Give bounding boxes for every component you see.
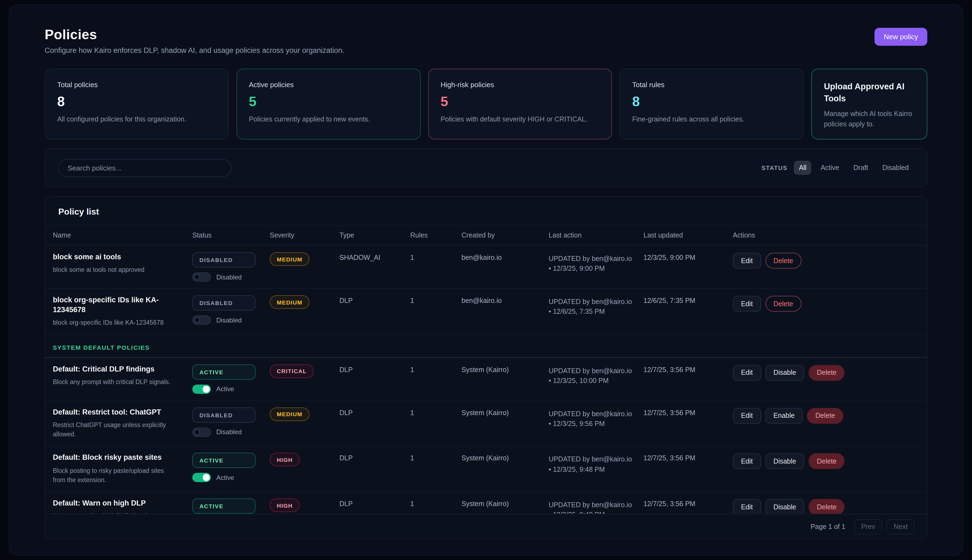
policy-toggle[interactable] — [192, 384, 211, 393]
policy-desc: block some ai tools not approved — [53, 265, 177, 275]
policy-toggle[interactable] — [192, 427, 211, 437]
column-header-status: Status — [192, 232, 270, 239]
policy-desc: Block any prompt with critical DLP signa… — [53, 378, 177, 387]
severity-badge: MEDIUM — [270, 407, 310, 421]
policy-list-panel: Policy list Name Status Severity Type Ru… — [45, 196, 927, 539]
policy-toggle[interactable] — [192, 473, 211, 482]
status-filter-all[interactable]: All — [794, 161, 812, 175]
edit-button[interactable]: Edit — [733, 253, 761, 268]
policy-name: Default: Warn on high DLP — [53, 498, 177, 508]
policy-name: Default: Critical DLP findings — [53, 364, 177, 374]
stat-desc: Fine-grained rules across all policies. — [632, 114, 791, 124]
status-badge: ACTIVE — [192, 453, 255, 468]
table-body: block some ai tools block some ai tools … — [45, 246, 927, 514]
delete-button[interactable]: Delete — [809, 499, 845, 514]
last-action-line2: • 12/3/25, 9:48 PM — [549, 464, 636, 474]
policy-rules-count: 1 — [410, 364, 462, 373]
policy-severity-cell: MEDIUM — [270, 252, 339, 266]
policy-last-action: UPDATED by ben@kairo.io • 12/3/25, 9:48 … — [549, 498, 644, 514]
policy-name: block org-specific IDs like KA-12345678 — [53, 295, 177, 315]
policy-created-by: System (Kairro) — [462, 407, 549, 417]
policy-desc: block org-specific IDs like KA-12345678 — [53, 318, 177, 328]
disable-button[interactable]: Disable — [765, 499, 804, 514]
severity-badge: CRITICAL — [270, 364, 314, 378]
delete-button[interactable]: Delete — [807, 408, 843, 423]
policy-last-action: UPDATED by ben@kairo.io • 12/3/25, 9:00 … — [549, 252, 644, 274]
policies-page: Policies Configure how Kairo enforces DL… — [9, 4, 963, 556]
status-toggle-wrap: Disabled — [192, 272, 262, 282]
policy-status-cell: DISABLED Disabled — [192, 295, 270, 325]
stat-value: 5 — [440, 94, 600, 110]
table-row: Default: Critical DLP findings Block any… — [45, 358, 927, 401]
status-badge: DISABLED — [192, 407, 255, 422]
policy-last-updated: 12/3/25, 9:00 PM — [644, 252, 733, 262]
policy-last-updated: 12/7/25, 3:56 PM — [644, 498, 733, 508]
policy-toggle[interactable] — [192, 272, 211, 282]
policy-severity-cell: MEDIUM — [270, 407, 339, 421]
policy-type: DLP — [339, 407, 410, 417]
status-badge: ACTIVE — [192, 498, 255, 514]
table-row: Default: Block risky paste sites Block p… — [45, 447, 927, 492]
edit-button[interactable]: Edit — [733, 453, 761, 469]
policy-last-updated: 12/7/25, 3:56 PM — [644, 407, 733, 417]
policy-name: Default: Restrict tool: ChatGPT — [53, 407, 177, 417]
policy-type: DLP — [339, 453, 410, 462]
toggle-knob — [194, 274, 200, 280]
stat-label: High-risk policies — [440, 81, 600, 89]
table-row: block some ai tools block some ai tools … — [45, 246, 927, 289]
last-action-line1: UPDATED by ben@kairo.io — [549, 498, 636, 510]
edit-button[interactable]: Edit — [733, 408, 761, 423]
last-action-line1: UPDATED by ben@kairo.io — [549, 295, 636, 307]
policy-type: DLP — [339, 295, 410, 305]
delete-button[interactable]: Delete — [809, 365, 845, 380]
delete-button[interactable]: Delete — [765, 253, 801, 268]
status-filter-draft[interactable]: Draft — [849, 161, 873, 175]
page-info: Page 1 of 1 — [810, 523, 845, 530]
edit-button[interactable]: Edit — [733, 296, 761, 312]
upload-ai-tools-card[interactable]: Upload Approved AI Tools Manage which AI… — [811, 68, 927, 140]
table-header: Name Status Severity Type Rules Created … — [45, 225, 927, 246]
severity-badge: HIGH — [270, 498, 300, 512]
enable-button[interactable]: Enable — [765, 408, 803, 423]
toggle-label: Active — [216, 474, 234, 482]
edit-button[interactable]: Edit — [733, 365, 761, 380]
upload-card-title: Upload Approved AI Tools — [824, 81, 905, 104]
table-row: Default: Warn on high DLP Warn users whe… — [45, 492, 927, 514]
toggle-knob — [194, 429, 200, 435]
column-header-name: Name — [53, 232, 192, 239]
stat-card-active-policies: Active policies 5 Policies currently app… — [237, 68, 421, 140]
policy-actions: Edit Enable Delete — [733, 407, 917, 423]
disable-button[interactable]: Disable — [765, 365, 804, 380]
policy-status-cell: ACTIVE Active — [192, 498, 270, 514]
policy-toggle[interactable] — [192, 315, 211, 325]
policy-name: block some ai tools — [53, 252, 177, 262]
delete-button[interactable]: Delete — [765, 296, 801, 312]
status-filter-active[interactable]: Active — [815, 161, 844, 175]
column-header-type: Type — [339, 232, 410, 239]
next-page-button[interactable]: Next — [887, 519, 915, 534]
status-toggle-wrap: Active — [192, 473, 262, 482]
disable-button[interactable]: Disable — [765, 453, 804, 469]
search-input[interactable] — [58, 159, 232, 177]
policy-actions: Edit Disable Delete — [733, 453, 917, 469]
policy-desc: Warn users when high DLP signals are — [53, 512, 177, 514]
prev-page-button[interactable]: Prev — [854, 519, 882, 534]
policy-actions: Edit Delete — [733, 252, 917, 268]
policy-name-cell: Default: Critical DLP findings Block any… — [53, 364, 192, 387]
last-action-line1: UPDATED by ben@kairo.io — [549, 252, 636, 264]
stat-value: 8 — [632, 94, 791, 110]
policy-list-title: Policy list — [45, 197, 927, 225]
page-header: Policies Configure how Kairo enforces DL… — [45, 27, 927, 55]
status-filter-disabled[interactable]: Disabled — [877, 161, 914, 175]
policy-created-by: System (Kairro) — [462, 453, 549, 462]
stat-card-total-policies: Total policies 8 All configured policies… — [45, 68, 229, 140]
toggle-label: Disabled — [216, 428, 242, 436]
new-policy-button[interactable]: New policy — [874, 28, 927, 46]
policy-last-updated: 12/6/25, 7:35 PM — [644, 295, 733, 305]
policy-rules-count: 1 — [410, 453, 462, 462]
page-header-text: Policies Configure how Kairo enforces DL… — [45, 27, 344, 55]
status-toggle-wrap: Disabled — [192, 315, 262, 325]
delete-button[interactable]: Delete — [809, 453, 845, 469]
policy-last-action: UPDATED by ben@kairo.io • 12/3/25, 10:00… — [549, 364, 644, 386]
edit-button[interactable]: Edit — [733, 499, 761, 514]
